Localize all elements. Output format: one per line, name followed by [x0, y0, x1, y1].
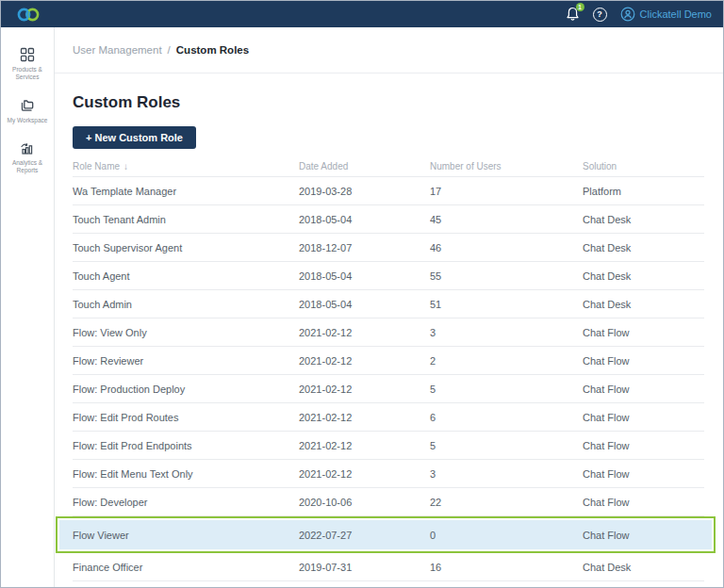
cell-solution: Chat Desk — [583, 299, 704, 310]
table-row[interactable]: Touch Supervisor Agent2018-12-0746Chat D… — [73, 234, 704, 262]
breadcrumb-custom-roles: Custom Roles — [176, 44, 249, 56]
column-header-label: Solution — [583, 161, 617, 172]
cell-users: 55 — [430, 270, 583, 282]
cell-users: 46 — [430, 242, 583, 253]
cell-date: 2019-07-31 — [299, 562, 430, 573]
cell-date: 2019-03-28 — [299, 186, 430, 197]
new-custom-role-button[interactable]: + New Custom Role — [73, 126, 196, 149]
cell-solution: Chat Flow — [583, 440, 704, 451]
table-row[interactable]: Flow Viewer2022-07-270Chat Flow — [59, 520, 712, 549]
user-menu[interactable]: Clickatell Demo — [620, 7, 712, 22]
app-window: 1 ? Clickatell Demo — [0, 0, 724, 588]
cell-solution: Platform — [583, 186, 704, 197]
notification-badge: 1 — [576, 3, 584, 11]
column-header-solution[interactable]: Solution — [583, 161, 704, 172]
table-row[interactable]: Flow: Developer2020-10-0622Chat Flow — [73, 488, 704, 516]
cell-role: Flow Viewer — [73, 530, 299, 541]
cell-role: Flow: Edit Prod Endpoints — [73, 440, 299, 451]
cell-users: 2 — [430, 355, 583, 367]
cell-role: Flow: Production Deploy — [73, 384, 299, 395]
cell-role: Flow: View Only — [73, 327, 299, 338]
clickatell-logo-icon — [16, 7, 41, 23]
cell-date: 2022-07-27 — [299, 530, 430, 541]
folder-icon — [19, 97, 36, 114]
user-icon — [620, 7, 635, 22]
cell-solution: Chat Flow — [583, 327, 704, 338]
table-row[interactable]: Touch Admin2018-05-0451Chat Desk — [73, 290, 704, 318]
cell-users: 16 — [430, 562, 583, 573]
table-row[interactable]: Flow: Edit Prod Routes2021-02-126Chat Fl… — [73, 403, 704, 432]
grid-icon — [19, 46, 36, 63]
table-row[interactable]: Touch Tenant Admin2018-05-0445Chat Desk — [73, 205, 704, 234]
sidebar-item-my-workspace[interactable]: My Workspace — [1, 97, 54, 124]
table-row[interactable]: Flow: Edit Menu Text Only2021-02-123Chat… — [73, 460, 704, 488]
cell-solution: Chat Flow — [583, 497, 704, 508]
table-row[interactable]: Flow: Production Deploy2021-02-125Chat F… — [73, 375, 704, 403]
sidebar-item-label: Analytics & Reports — [1, 159, 54, 174]
custom-roles-table: Role Name↓Date AddedNumber of UsersSolut… — [73, 161, 704, 581]
cell-users: 51 — [430, 299, 583, 310]
column-header-date-added[interactable]: Date Added — [299, 161, 430, 172]
sidebar-item-label: My Workspace — [8, 117, 48, 124]
cell-date: 2021-02-12 — [299, 355, 430, 367]
table-row[interactable]: Flow: Edit Prod Endpoints2021-02-125Chat… — [73, 432, 704, 460]
cell-role: Finance Officer — [73, 562, 299, 573]
column-header-label: Role Name — [73, 161, 120, 172]
sidebar: Products & Services My Workspace Analyti… — [1, 27, 55, 587]
cell-date: 2021-02-12 — [299, 468, 430, 480]
sidebar-item-label: Products & Services — [1, 66, 54, 81]
cell-date: 2018-12-07 — [299, 242, 430, 253]
notifications-button[interactable]: 1 — [566, 7, 580, 22]
cell-date: 2018-05-04 — [299, 214, 430, 225]
cell-solution: Chat Desk — [583, 562, 704, 573]
cell-users: 45 — [430, 214, 583, 225]
table-row[interactable]: Flow: Reviewer2021-02-122Chat Flow — [73, 347, 704, 375]
table-row[interactable]: Touch Agent2018-05-0455Chat Desk — [73, 262, 704, 290]
cell-date: 2021-02-12 — [299, 327, 430, 338]
cell-role: Flow: Edit Prod Routes — [73, 412, 299, 423]
cell-role: Touch Tenant Admin — [73, 214, 299, 225]
cell-date: 2021-02-12 — [299, 440, 430, 451]
cell-users: 3 — [430, 468, 583, 480]
column-header-number-of-users[interactable]: Number of Users — [430, 161, 583, 172]
cell-date: 2020-10-06 — [299, 497, 430, 508]
user-name: Clickatell Demo — [640, 8, 712, 20]
table-row[interactable]: Flow: View Only2021-02-123Chat Flow — [73, 318, 704, 347]
sort-descending-icon: ↓ — [123, 161, 128, 172]
cell-role: Flow: Edit Menu Text Only — [73, 468, 299, 480]
cell-users: 0 — [430, 530, 583, 541]
column-header-role-name[interactable]: Role Name↓ — [73, 161, 299, 172]
help-button[interactable]: ? — [593, 8, 607, 22]
page-content: Custom Roles + New Custom Role Role Name… — [55, 74, 723, 581]
cell-date: 2021-02-12 — [299, 412, 430, 423]
cell-date: 2021-02-12 — [299, 384, 430, 395]
cell-users: 17 — [430, 186, 583, 197]
breadcrumb: User Management / Custom Roles — [55, 27, 723, 74]
help-icon: ? — [597, 9, 602, 19]
top-navbar: 1 ? Clickatell Demo — [1, 1, 723, 27]
highlighted-row-outline: Flow Viewer2022-07-270Chat Flow — [56, 516, 716, 553]
table-row[interactable]: Wa Template Manager2019-03-2817Platform — [73, 177, 704, 205]
breadcrumb-user-management[interactable]: User Management — [73, 44, 162, 56]
cell-role: Touch Admin — [73, 299, 299, 310]
cell-role: Flow: Reviewer — [73, 355, 299, 367]
column-header-label: Date Added — [299, 161, 348, 172]
cell-users: 3 — [430, 327, 583, 338]
bar-chart-icon — [19, 139, 36, 156]
table-row[interactable]: Finance Officer2019-07-3116Chat Desk — [73, 553, 704, 581]
table-body: Wa Template Manager2019-03-2817PlatformT… — [73, 177, 704, 581]
cell-solution: Chat Flow — [583, 412, 704, 423]
page-title: Custom Roles — [73, 93, 704, 112]
topbar-actions: 1 ? Clickatell Demo — [566, 7, 712, 22]
clickatell-logo[interactable] — [16, 7, 41, 23]
cell-users: 6 — [430, 412, 583, 423]
cell-users: 5 — [430, 384, 583, 395]
sidebar-item-analytics-reports[interactable]: Analytics & Reports — [1, 139, 54, 174]
cell-solution: Chat Desk — [583, 270, 704, 282]
cell-date: 2018-05-04 — [299, 270, 430, 282]
sidebar-item-products-services[interactable]: Products & Services — [1, 46, 54, 81]
cell-date: 2018-05-04 — [299, 299, 430, 310]
main-area: User Management / Custom Roles Custom Ro… — [55, 27, 723, 587]
breadcrumb-separator: / — [168, 44, 171, 56]
cell-role: Flow: Developer — [73, 497, 299, 508]
